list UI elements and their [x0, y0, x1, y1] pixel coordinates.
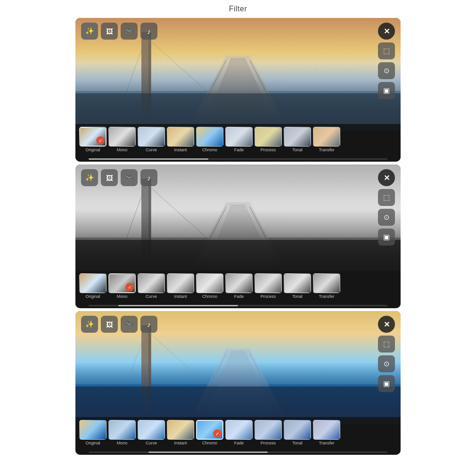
- crop-button-3[interactable]: ⬚: [378, 336, 395, 353]
- svg-marker-2: [189, 56, 287, 129]
- magic-icon-2[interactable]: ✨: [81, 169, 98, 186]
- filter-items-3: Original Mono Curve Instant ✓: [79, 420, 397, 451]
- filter-process-2[interactable]: Process: [254, 273, 282, 299]
- top-toolbar-1: ✨ 🖼 🎮 ♪: [81, 23, 157, 40]
- filter-instant-1[interactable]: Instant: [167, 127, 194, 152]
- filter-strip-3: Original Mono Curve Instant ✓: [75, 417, 401, 455]
- close-button-1[interactable]: ✕: [378, 23, 395, 40]
- filter-items-1: ✓ Original Mono Curve Instant: [79, 127, 397, 157]
- filter-chromo-1[interactable]: Chromo: [196, 127, 223, 152]
- camera-button-2[interactable]: ⊙: [378, 209, 395, 226]
- top-toolbar-3: ✨ 🖼 🎮 ♪: [81, 316, 157, 333]
- filter-transfer-2[interactable]: Transfer: [313, 273, 340, 299]
- share-button-2[interactable]: ▣: [378, 229, 395, 246]
- filter-scrollbar-3: [89, 451, 387, 453]
- filter-check-original-1: ✓: [96, 136, 105, 145]
- crop-button-1[interactable]: ⬚: [378, 42, 395, 59]
- filter-fade-2[interactable]: Fade: [225, 273, 253, 299]
- filter-curve-1[interactable]: Curve: [138, 127, 165, 152]
- filter-curve-2[interactable]: Curve: [138, 273, 165, 299]
- camera-button-1[interactable]: ⊙: [378, 62, 395, 79]
- filter-chromo-3[interactable]: ✓ Chromo: [196, 420, 223, 445]
- game-icon[interactable]: 🎮: [121, 23, 138, 40]
- filter-instant-2[interactable]: Instant: [167, 273, 194, 299]
- filter-original-1[interactable]: ✓ Original: [79, 127, 107, 152]
- filter-tonal-3[interactable]: Tonal: [284, 420, 311, 445]
- image-icon[interactable]: 🖼: [101, 23, 118, 40]
- filter-original-2[interactable]: Original: [79, 273, 107, 299]
- app-screen-2: ✨ 🖼 🎮 ♪ ✕ ⬚ ⊙ ▣ Original ✓ Mono: [75, 164, 401, 308]
- filter-tonal-1[interactable]: Tonal: [284, 127, 311, 152]
- svg-rect-18: [148, 179, 151, 254]
- filter-strip-1: ✓ Original Mono Curve Instant: [75, 124, 401, 162]
- filter-mono-1[interactable]: Mono: [108, 127, 136, 152]
- right-toolbar-2: ✕ ⬚ ⊙ ▣: [378, 169, 395, 246]
- svg-marker-13: [189, 202, 287, 275]
- filter-check-chromo-3: ✓: [213, 429, 222, 438]
- filter-process-3[interactable]: Process: [254, 420, 282, 445]
- page-title: Filter: [229, 5, 247, 13]
- svg-marker-14: [203, 205, 278, 275]
- filter-scrollbar-1: [89, 158, 387, 160]
- game-icon-3[interactable]: 🎮: [121, 316, 138, 333]
- filter-scrollbar-2: [89, 305, 387, 306]
- camera-button-3[interactable]: ⊙: [378, 355, 395, 372]
- svg-rect-7: [148, 32, 151, 107]
- svg-line-27: [250, 353, 285, 422]
- image-icon-2[interactable]: 🖼: [101, 169, 118, 186]
- share-button-1[interactable]: ▣: [378, 82, 395, 99]
- filter-fade-1[interactable]: Fade: [225, 127, 253, 152]
- share-button-3[interactable]: ▣: [378, 375, 395, 392]
- svg-line-26: [191, 353, 226, 422]
- svg-marker-25: [203, 351, 278, 422]
- filter-check-mono-2: ✓: [125, 283, 134, 291]
- filter-strip-2: Original ✓ Mono Curve Instant: [75, 271, 401, 308]
- crop-button-2[interactable]: ⬚: [378, 189, 395, 206]
- svg-line-5: [250, 60, 285, 129]
- filter-items-2: Original ✓ Mono Curve Instant: [79, 273, 397, 304]
- app-screen-3: ✨ 🖼 🎮 ♪ ✕ ⬚ ⊙ ▣ Original Mono: [75, 311, 401, 455]
- right-toolbar-1: ✕ ⬚ ⊙ ▣: [378, 23, 395, 99]
- close-button-2[interactable]: ✕: [378, 169, 395, 186]
- music-icon[interactable]: ♪: [140, 23, 157, 40]
- filter-transfer-1[interactable]: Transfer: [313, 127, 340, 152]
- filter-fade-3[interactable]: Fade: [225, 420, 253, 445]
- screenshots-container: ✨ 🖼 🎮 ♪ ✕ ⬚ ⊙ ▣ ✓ Original: [75, 18, 401, 455]
- app-screen-1: ✨ 🖼 🎮 ♪ ✕ ⬚ ⊙ ▣ ✓ Original: [75, 18, 401, 162]
- svg-marker-3: [203, 58, 278, 129]
- game-icon-2[interactable]: 🎮: [121, 169, 138, 186]
- music-icon-2[interactable]: ♪: [140, 169, 157, 186]
- top-toolbar-2: ✨ 🖼 🎮 ♪: [81, 169, 157, 186]
- filter-transfer-3[interactable]: Transfer: [313, 420, 340, 445]
- close-button-3[interactable]: ✕: [378, 316, 395, 333]
- filter-process-1[interactable]: Process: [254, 127, 282, 152]
- magic-icon[interactable]: ✨: [81, 23, 98, 40]
- filter-tonal-2[interactable]: Tonal: [284, 273, 311, 299]
- svg-line-4: [191, 60, 226, 129]
- svg-line-15: [191, 207, 226, 275]
- filter-mono-2[interactable]: ✓ Mono: [108, 273, 136, 299]
- filter-curve-3[interactable]: Curve: [138, 420, 165, 445]
- filter-original-3[interactable]: Original: [79, 420, 107, 445]
- svg-rect-29: [148, 325, 151, 401]
- right-toolbar-3: ✕ ⬚ ⊙ ▣: [378, 316, 395, 392]
- magic-icon-3[interactable]: ✨: [81, 316, 98, 333]
- filter-mono-3[interactable]: Mono: [108, 420, 136, 445]
- image-icon-3[interactable]: 🖼: [101, 316, 118, 333]
- filter-chromo-2[interactable]: Chromo: [196, 273, 223, 299]
- svg-line-16: [250, 207, 285, 275]
- music-icon-3[interactable]: ♪: [140, 316, 157, 333]
- filter-instant-3[interactable]: Instant: [167, 420, 194, 445]
